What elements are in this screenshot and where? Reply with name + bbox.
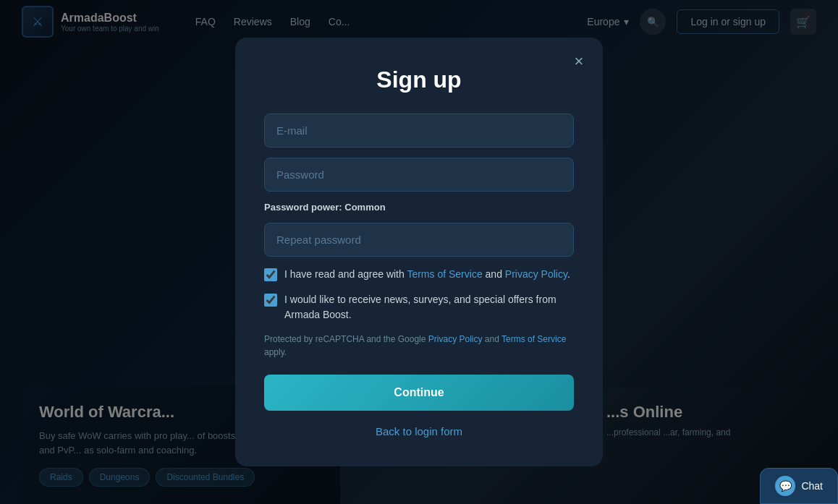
chat-icon: 💬 [775, 476, 795, 496]
repeat-password-group [264, 223, 574, 257]
tos-checkbox[interactable] [264, 268, 277, 281]
newsletter-label: I would like to receive news, surveys, a… [284, 292, 574, 323]
password-strength-value: Common [344, 202, 385, 213]
back-to-login-link[interactable]: Back to login form [264, 425, 574, 437]
tos-link[interactable]: Terms of Service [407, 268, 482, 280]
modal-title: Sign up [264, 67, 574, 93]
modal-close-button[interactable]: × [568, 51, 590, 72]
tos-checkbox-group: I have read and agree with Terms of Serv… [264, 267, 574, 282]
newsletter-checkbox-group: I would like to receive news, surveys, a… [264, 292, 574, 323]
tos-label: I have read and agree with Terms of Serv… [284, 267, 570, 282]
chat-button[interactable]: 💬 Chat [760, 468, 838, 504]
password-group [264, 158, 574, 192]
repeat-password-field[interactable] [264, 223, 574, 257]
password-field[interactable] [264, 158, 574, 192]
chat-label: Chat [801, 480, 823, 492]
password-strength-label: Password power: [264, 202, 342, 213]
modal-overlay: × Sign up Password power: Common I have … [0, 0, 838, 504]
password-strength: Password power: Common [264, 202, 574, 213]
newsletter-checkbox[interactable] [264, 294, 277, 307]
continue-button[interactable]: Continue [264, 375, 574, 411]
privacy-link[interactable]: Privacy Policy [505, 268, 567, 280]
recaptcha-tos-link[interactable]: Terms of Service [501, 334, 566, 344]
signup-modal: × Sign up Password power: Common I have … [235, 38, 603, 466]
email-field[interactable] [264, 114, 574, 148]
email-group [264, 114, 574, 148]
recaptcha-privacy-link[interactable]: Privacy Policy [428, 334, 483, 344]
recaptcha-notice: Protected by reCAPTCHA and the Google Pr… [264, 333, 574, 359]
